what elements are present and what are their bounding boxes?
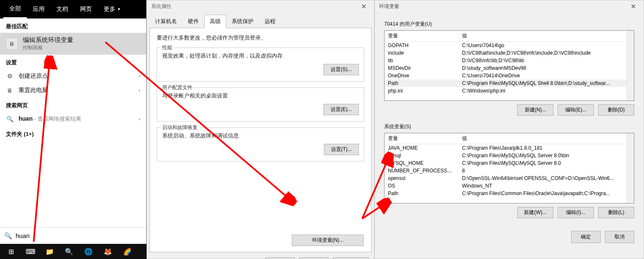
taskbar-search[interactable]: 🔍 [60,245,78,258]
scrollbar[interactable] [627,31,634,100]
settings-item-restore[interactable]: ⚙创建还原点 › [0,69,146,83]
tab-protection[interactable]: 系统保护 [226,15,259,28]
tab-computer-name[interactable]: 计算机名 [150,15,182,28]
dialog-buttons: 确定 取消 [375,228,644,247]
scrollbar[interactable] [627,133,634,203]
user-profile-group: 用户配置文件 与登录帐户相关的桌面设置 设置(E)... [157,87,364,122]
tab-more[interactable]: 更多▼ [98,0,127,18]
close-icon[interactable]: ✕ [627,3,639,11]
best-match-subtitle: 控制面板 [23,44,73,51]
table-row[interactable]: GOPATHC:\Users\70414\go [385,42,634,50]
col-value[interactable]: 值 [459,133,634,144]
taskbar-explorer[interactable]: 📁 [40,245,59,258]
group-desc: 与登录帐户相关的桌面设置 [162,92,359,100]
environment-variables-dialog: 环境变量 ✕ 70414 的用户变量(U) 变量 值 GOPATHC:\User… [374,0,644,259]
group-title: 用户配置文件 [160,84,194,91]
taskbar-firefox[interactable]: 🦊 [99,245,117,258]
taskbar-chrome[interactable]: 🌈 [118,245,136,258]
sys-vars-table[interactable]: 变量 值 JAVA_HOMEC:\Program Files\Java\jdk1… [384,133,634,204]
sys-delete-button[interactable]: 删除(L) [598,207,634,218]
user-edit-button[interactable]: 编辑(E)... [558,104,594,116]
section-folders: 文件夹 (1+) [0,126,146,140]
cancel-button[interactable]: 取消 [299,257,329,259]
sysprops-body: 要进行大多数更改，您必须作为管理员登录。 性能 视觉效果，处理器计划，内存使用，… [150,28,371,252]
cancel-button[interactable]: 取消 [605,231,634,243]
user-new-button[interactable]: 新建(N)... [517,104,553,116]
section-settings: 设置 [0,55,146,69]
admin-note: 要进行大多数更改，您必须作为管理员登录。 [157,34,364,42]
table-row[interactable]: MSDevDirD:\study_software\MSDev98 [385,64,634,72]
tab-docs[interactable]: 文档 [51,0,74,18]
tab-all[interactable]: 全部 [3,0,27,18]
user-delete-button[interactable]: 删除(D) [598,104,634,116]
table-row[interactable]: mysqlC:\Program Files\MySQL\MySQL Server… [385,152,634,159]
search-input-row: 🔍 [0,227,146,244]
apply-button[interactable]: 应用(A) [333,257,369,259]
chevron-right-icon: › [139,87,140,93]
taskbar: ⊞ ⌨ 📁 🔍 🌐 🦊 🌈 [0,244,147,259]
table-row[interactable]: includeD:\VC98\atl\include;D:\VC98\mfc\i… [385,49,634,57]
system-properties-dialog: 系统属性 ✕ 计算机名 硬件 高级 系统保护 远程 要进行大多数更改，您必须作为… [147,0,374,259]
table-row[interactable]: OneDriveC:\Users\70414\OneDrive [385,72,634,79]
settings-item-reset[interactable]: 🖥重置此电脑 › [0,83,146,98]
table-row[interactable]: JAVA_HOMEC:\Program Files\Java\jdk1.8.0_… [385,144,634,152]
sys-vars-label: 系统变量(S) [384,123,634,130]
chevron-right-icon: › [139,116,140,122]
ok-button[interactable]: 确定 [571,231,601,243]
table-row[interactable]: MYSQL_HOMEC:\Program Files\MySQL\MySQL S… [385,159,634,167]
table-row[interactable]: PathC:\Program Files\Common Files\Oracle… [385,190,634,197]
tab-apps[interactable]: 应用 [27,0,51,18]
pc-icon: 🖥 [6,87,13,94]
taskbar-edge[interactable]: 🌐 [79,245,98,258]
tab-hardware[interactable]: 硬件 [182,15,204,28]
tab-advanced[interactable]: 高级 [204,15,226,28]
table-row[interactable]: OSWindows_NT [385,182,634,190]
user-profile-settings-button[interactable]: 设置(E)... [323,104,359,115]
group-title: 性能 [160,44,174,51]
start-button[interactable]: ⊞ [2,245,20,258]
group-desc: 系统启动、系统故障和调试信息 [162,132,359,140]
table-row[interactable]: opensslD:\OpenSSL-Win64\bin\set OPENSSL_… [385,174,634,182]
close-icon[interactable]: ✕ [358,3,370,11]
search-icon: 🔍 [6,116,13,122]
group-title: 启动和故障恢复 [160,124,199,131]
user-vars-label: 70414 的用户变量(U) [384,21,634,28]
start-search-panel: 全部 应用 文档 网页 更多▼ 最佳匹配 🖥 编辑系统环境变量 控制面板 设置 … [0,0,147,244]
best-match-item[interactable]: 🖥 编辑系统环境变量 控制面板 [0,33,146,55]
best-match-title: 编辑系统环境变量 [23,36,73,44]
ok-button[interactable]: 确定 [265,257,295,259]
gear-icon: ⚙ [6,73,13,79]
table-row[interactable]: NUMBER_OF_PROCESSORS8 [385,167,634,174]
startup-settings-button[interactable]: 设置(T)... [324,144,359,155]
section-web: 搜索网页 [0,98,146,112]
sys-edit-button[interactable]: 编辑(I)... [558,207,594,218]
dialog-title: 环境变量 [379,3,399,10]
search-input[interactable] [16,232,142,239]
section-best-match: 最佳匹配 [0,18,146,33]
tab-remote[interactable]: 远程 [259,15,281,28]
col-value[interactable]: 值 [459,31,634,42]
dialog-buttons: 确定 取消 应用(A) [147,255,374,259]
dialog-title: 系统属性 [151,3,171,10]
performance-group: 性能 视觉效果，处理器计划，内存使用，以及虚拟内存 设置(S)... [157,48,364,82]
sysprops-tabs: 计算机名 硬件 高级 系统保护 远程 [147,13,374,28]
startup-recovery-group: 启动和故障恢复 系统启动、系统故障和调试信息 设置(T)... [157,127,364,161]
table-row[interactable]: PathC:\Program Files\MySQL\MySQL Shell 8… [385,79,634,87]
taskbar-terminal[interactable]: ⌨ [21,245,40,258]
col-variable[interactable]: 变量 [385,31,459,42]
table-row[interactable]: php.iniC:\Windows\php.ini [385,87,634,95]
table-row[interactable]: libD:\VC98\mfc\lib;D:\VC98\lib [385,57,634,64]
user-vars-table[interactable]: 变量 值 GOPATHC:\Users\70414\goincludeD:\VC… [384,30,634,101]
search-tabs: 全部 应用 文档 网页 更多▼ [0,0,146,18]
search-icon: 🔍 [4,232,12,240]
performance-settings-button[interactable]: 设置(S)... [323,64,359,75]
chevron-down-icon: ▼ [117,7,121,11]
group-desc: 视觉效果，处理器计划，内存使用，以及虚拟内存 [162,52,359,60]
monitor-icon: 🖥 [6,38,18,50]
sys-new-button[interactable]: 新建(W)... [517,207,553,218]
web-search-item[interactable]: 🔍huan - 查看网络搜索结果 › [0,112,146,126]
chevron-right-icon: › [139,73,140,79]
tab-web[interactable]: 网页 [74,0,98,18]
environment-variables-button[interactable]: 环境变量(N)... [292,235,363,246]
col-variable[interactable]: 变量 [385,133,459,144]
